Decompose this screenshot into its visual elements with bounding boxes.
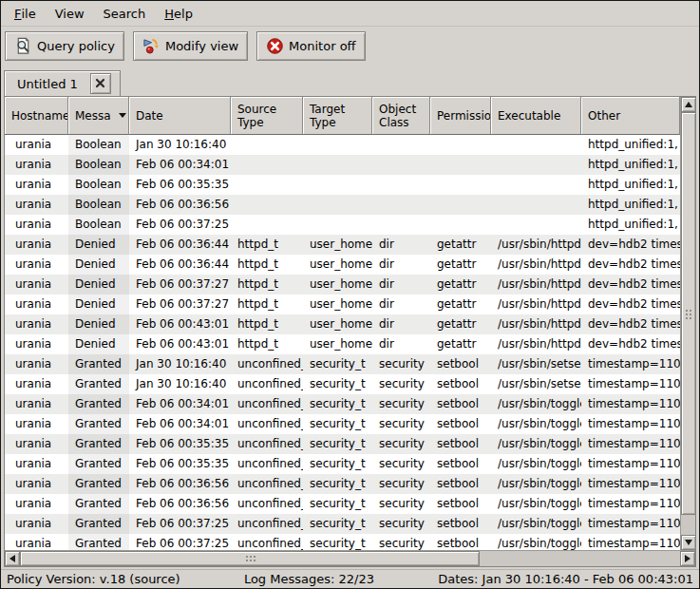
table-row[interactable]: uraniaBooleanJan 30 10:16:40httpd_unifie… — [5, 135, 680, 155]
table-cell: dir — [372, 334, 430, 354]
menu-file[interactable]: File — [5, 2, 46, 26]
close-icon — [95, 77, 105, 91]
column-header-label: ObjectClass — [379, 103, 416, 129]
table-cell: Jan 30 10:16:40 — [129, 374, 231, 394]
table-cell: user_home_ — [303, 275, 372, 294]
table-cell — [303, 195, 372, 215]
vertical-scrollbar[interactable] — [680, 97, 695, 550]
table-cell: getattr — [430, 235, 491, 255]
table-row[interactable]: uraniaGrantedFeb 06 00:37:25unconfined_s… — [5, 534, 680, 550]
table-cell: user_home_ — [303, 235, 372, 255]
table-row[interactable]: uraniaGrantedFeb 06 00:34:01unconfined_s… — [5, 394, 680, 414]
arrow-left-icon — [9, 555, 15, 562]
column-header-date[interactable]: Date — [129, 97, 231, 135]
table-row[interactable]: uraniaGrantedFeb 06 00:35:35unconfined_s… — [5, 434, 680, 454]
table-body: uraniaBooleanJan 30 10:16:40httpd_unifie… — [5, 135, 680, 550]
table-cell: urania — [5, 294, 68, 314]
menu-help[interactable]: Help — [155, 2, 202, 26]
table-cell — [231, 155, 303, 175]
table-cell: unconfined_ — [231, 414, 303, 434]
table-row[interactable]: uraniaGrantedFeb 06 00:35:35unconfined_s… — [5, 454, 680, 474]
column-header-label: Messa — [75, 109, 111, 123]
table-row[interactable]: uraniaGrantedFeb 06 00:34:01unconfined_s… — [5, 414, 680, 434]
scroll-right-button[interactable] — [680, 551, 695, 566]
scroll-left-button[interactable] — [5, 551, 20, 566]
table-cell: dev=hdb2 timesta — [581, 235, 680, 255]
table-cell: user_home_ — [303, 314, 372, 334]
table-row[interactable]: uraniaDeniedFeb 06 00:36:44httpd_tuser_h… — [5, 235, 680, 255]
table-row[interactable]: uraniaBooleanFeb 06 00:35:35httpd_unifie… — [5, 175, 680, 195]
table-cell: /usr/sbin/httpd — [491, 294, 581, 314]
table-row[interactable]: uraniaBooleanFeb 06 00:34:01httpd_unifie… — [5, 155, 680, 175]
statusbar: Policy Version: v.18 (source) Log Messag… — [1, 569, 699, 588]
table-cell: urania — [5, 314, 68, 334]
table-cell: Feb 06 00:34:01 — [129, 414, 231, 434]
horizontal-scrollbar[interactable] — [5, 550, 695, 566]
table-cell: /usr/sbin/httpd — [491, 334, 581, 354]
table-cell: httpd_t — [231, 334, 303, 354]
table-row[interactable]: uraniaGrantedFeb 06 00:36:56unconfined_s… — [5, 494, 680, 514]
table-cell: security_t — [303, 494, 372, 514]
table-row[interactable]: uraniaBooleanFeb 06 00:36:56httpd_unifie… — [5, 195, 680, 215]
column-header-object-class[interactable]: ObjectClass — [372, 97, 430, 135]
menu-search[interactable]: Search — [94, 2, 156, 26]
scrollbar-grip-icon — [685, 309, 693, 319]
scroll-down-button[interactable] — [681, 535, 696, 550]
column-header-executable[interactable]: Executable — [491, 97, 581, 135]
table-cell: setbool — [430, 474, 491, 494]
table-cell — [491, 155, 581, 175]
table-cell — [231, 215, 303, 235]
scroll-up-button[interactable] — [681, 97, 696, 112]
column-header-hostname[interactable]: Hostname — [5, 97, 68, 135]
table-row[interactable]: uraniaGrantedJan 30 10:16:40unconfined_s… — [5, 354, 680, 374]
table-cell: Jan 30 10:16:40 — [129, 354, 231, 374]
table-cell: timestamp=11076 — [581, 494, 680, 514]
table-cell — [430, 195, 491, 215]
table-cell: security_t — [303, 434, 372, 454]
table-cell: Feb 06 00:36:44 — [129, 235, 231, 255]
table-row[interactable]: uraniaDeniedFeb 06 00:43:01httpd_tuser_h… — [5, 314, 680, 334]
monitor-off-button[interactable]: Monitor off — [256, 31, 365, 61]
table-row[interactable]: uraniaGrantedFeb 06 00:37:25unconfined_s… — [5, 514, 680, 534]
table-row[interactable]: uraniaDeniedFeb 06 00:37:27httpd_tuser_h… — [5, 294, 680, 314]
column-header-other[interactable]: Other — [581, 97, 680, 135]
tab-untitled-1[interactable]: Untitled 1 — [4, 70, 121, 96]
table-cell: Granted — [68, 414, 129, 434]
table-cell: Granted — [68, 454, 129, 474]
table-cell: unconfined_ — [231, 374, 303, 394]
tab-close-button[interactable] — [90, 73, 111, 94]
column-header-messa[interactable]: Messa — [68, 97, 129, 135]
column-header-source-type[interactable]: SourceType — [231, 97, 303, 135]
table-row[interactable]: uraniaDeniedFeb 06 00:43:01httpd_tuser_h… — [5, 334, 680, 354]
table-cell: Feb 06 00:37:25 — [129, 514, 231, 534]
table-cell — [372, 215, 430, 235]
table-cell — [430, 215, 491, 235]
table-cell: Feb 06 00:36:56 — [129, 474, 231, 494]
table-row[interactable]: uraniaDeniedFeb 06 00:37:27httpd_tuser_h… — [5, 275, 680, 294]
modify-view-button[interactable]: Modify view — [133, 31, 248, 61]
table-cell: getattr — [430, 314, 491, 334]
horizontal-scrollbar-thumb[interactable] — [20, 551, 480, 566]
table-row[interactable]: uraniaGrantedFeb 06 00:36:56unconfined_s… — [5, 474, 680, 494]
table-cell: getattr — [430, 294, 491, 314]
menu-view[interactable]: View — [46, 2, 94, 26]
table-cell: urania — [5, 155, 68, 175]
toolbar-button-label: Modify view — [165, 39, 238, 53]
policy-version-status: Policy Version: v.18 (source) — [7, 572, 180, 586]
table-cell: Boolean — [68, 175, 129, 195]
query-policy-button[interactable]: Query policy — [5, 31, 124, 61]
table-row[interactable]: uraniaDeniedFeb 06 00:36:44httpd_tuser_h… — [5, 255, 680, 275]
table-cell: setbool — [430, 414, 491, 434]
dates-status: Dates: Jan 30 10:16:40 - Feb 06 00:43:01 — [438, 572, 693, 586]
menubar: FileViewSearchHelp — [1, 1, 699, 27]
table-row[interactable]: uraniaBooleanFeb 06 00:37:25httpd_unifie… — [5, 215, 680, 235]
column-header-permission[interactable]: Permission — [430, 97, 491, 135]
table-cell: security — [372, 394, 430, 414]
table-row[interactable]: uraniaGrantedJan 30 10:16:40unconfined_s… — [5, 374, 680, 394]
table-cell: dev=hdb2 timesta — [581, 275, 680, 294]
column-header-target-type[interactable]: TargetType — [303, 97, 372, 135]
table-cell: /usr/sbin/toggle — [491, 474, 581, 494]
vertical-scrollbar-thumb[interactable] — [681, 112, 696, 515]
toolbar-button-label: Monitor off — [289, 39, 355, 53]
table-cell: urania — [5, 454, 68, 474]
